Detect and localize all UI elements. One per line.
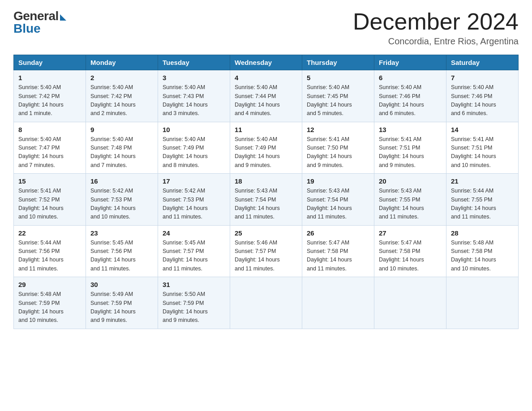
day-info: Sunrise: 5:40 AMSunset: 7:46 PMDaylight:… <box>379 83 442 118</box>
table-row <box>302 277 374 329</box>
day-number: 22 <box>18 229 81 237</box>
day-number: 2 <box>90 74 153 81</box>
table-row: 16Sunrise: 5:42 AMSunset: 7:53 PMDayligh… <box>86 174 158 226</box>
calendar-week-row: 22Sunrise: 5:44 AMSunset: 7:56 PMDayligh… <box>14 225 519 277</box>
day-number: 6 <box>379 74 442 81</box>
day-info: Sunrise: 5:42 AMSunset: 7:53 PMDaylight:… <box>163 187 225 222</box>
table-row: 10Sunrise: 5:40 AMSunset: 7:49 PMDayligh… <box>158 122 230 174</box>
header-sunday: Sunday <box>14 55 86 70</box>
table-row <box>374 277 446 329</box>
calendar-week-row: 15Sunrise: 5:41 AMSunset: 7:52 PMDayligh… <box>14 174 519 226</box>
table-row: 25Sunrise: 5:46 AMSunset: 7:57 PMDayligh… <box>230 225 302 277</box>
day-info: Sunrise: 5:40 AMSunset: 7:42 PMDaylight:… <box>18 83 81 118</box>
table-row <box>446 277 519 329</box>
table-row: 22Sunrise: 5:44 AMSunset: 7:56 PMDayligh… <box>14 225 86 277</box>
day-info: Sunrise: 5:44 AMSunset: 7:55 PMDaylight:… <box>451 187 514 222</box>
day-info: Sunrise: 5:40 AMSunset: 7:42 PMDaylight:… <box>90 83 153 118</box>
table-row: 9Sunrise: 5:40 AMSunset: 7:48 PMDaylight… <box>86 122 158 174</box>
table-row: 24Sunrise: 5:45 AMSunset: 7:57 PMDayligh… <box>158 225 230 277</box>
day-info: Sunrise: 5:40 AMSunset: 7:48 PMDaylight:… <box>90 135 153 170</box>
month-year-title: December 2024 <box>353 9 519 34</box>
table-row <box>230 277 302 329</box>
calendar-week-row: 1Sunrise: 5:40 AMSunset: 7:42 PMDaylight… <box>14 70 519 122</box>
table-row: 2Sunrise: 5:40 AMSunset: 7:42 PMDaylight… <box>86 70 158 122</box>
page-header: General Blue December 2024 Concordia, En… <box>13 9 519 47</box>
day-number: 12 <box>307 126 369 133</box>
day-info: Sunrise: 5:45 AMSunset: 7:56 PMDaylight:… <box>90 239 153 274</box>
day-info: Sunrise: 5:48 AMSunset: 7:59 PMDaylight:… <box>18 290 81 325</box>
day-number: 16 <box>90 177 153 185</box>
header-thursday: Thursday <box>302 55 374 70</box>
table-row: 6Sunrise: 5:40 AMSunset: 7:46 PMDaylight… <box>374 70 446 122</box>
header-tuesday: Tuesday <box>158 55 230 70</box>
day-info: Sunrise: 5:41 AMSunset: 7:51 PMDaylight:… <box>451 135 514 170</box>
table-row: 8Sunrise: 5:40 AMSunset: 7:47 PMDaylight… <box>14 122 86 174</box>
title-area: December 2024 Concordia, Entre Rios, Arg… <box>353 9 519 47</box>
table-row: 5Sunrise: 5:40 AMSunset: 7:45 PMDaylight… <box>302 70 374 122</box>
day-number: 10 <box>163 126 225 133</box>
table-row: 29Sunrise: 5:48 AMSunset: 7:59 PMDayligh… <box>14 277 86 329</box>
day-number: 13 <box>379 126 442 133</box>
header-monday: Monday <box>86 55 158 70</box>
table-row: 12Sunrise: 5:41 AMSunset: 7:50 PMDayligh… <box>302 122 374 174</box>
day-number: 3 <box>163 74 225 81</box>
location-subtitle: Concordia, Entre Rios, Argentina <box>353 36 519 47</box>
day-number: 19 <box>307 177 369 185</box>
day-info: Sunrise: 5:45 AMSunset: 7:57 PMDaylight:… <box>163 239 225 274</box>
day-number: 8 <box>18 126 81 133</box>
table-row: 18Sunrise: 5:43 AMSunset: 7:54 PMDayligh… <box>230 174 302 226</box>
calendar-table: Sunday Monday Tuesday Wednesday Thursday… <box>13 55 519 329</box>
day-number: 14 <box>451 126 514 133</box>
table-row: 7Sunrise: 5:40 AMSunset: 7:46 PMDaylight… <box>446 70 519 122</box>
day-info: Sunrise: 5:43 AMSunset: 7:54 PMDaylight:… <box>307 187 369 222</box>
table-row: 3Sunrise: 5:40 AMSunset: 7:43 PMDaylight… <box>158 70 230 122</box>
day-number: 27 <box>379 229 442 237</box>
header-friday: Friday <box>374 55 446 70</box>
day-number: 17 <box>163 177 225 185</box>
calendar-week-row: 29Sunrise: 5:48 AMSunset: 7:59 PMDayligh… <box>14 277 519 329</box>
table-row: 27Sunrise: 5:47 AMSunset: 7:58 PMDayligh… <box>374 225 446 277</box>
table-row: 30Sunrise: 5:49 AMSunset: 7:59 PMDayligh… <box>86 277 158 329</box>
table-row: 26Sunrise: 5:47 AMSunset: 7:58 PMDayligh… <box>302 225 374 277</box>
day-info: Sunrise: 5:40 AMSunset: 7:43 PMDaylight:… <box>163 83 225 118</box>
day-info: Sunrise: 5:40 AMSunset: 7:47 PMDaylight:… <box>18 135 81 170</box>
day-number: 1 <box>18 74 81 81</box>
day-number: 18 <box>235 177 297 185</box>
table-row: 13Sunrise: 5:41 AMSunset: 7:51 PMDayligh… <box>374 122 446 174</box>
day-number: 4 <box>235 74 297 81</box>
table-row: 1Sunrise: 5:40 AMSunset: 7:42 PMDaylight… <box>14 70 86 122</box>
day-number: 11 <box>235 126 297 133</box>
table-row: 15Sunrise: 5:41 AMSunset: 7:52 PMDayligh… <box>14 174 86 226</box>
day-number: 30 <box>90 281 153 288</box>
day-info: Sunrise: 5:43 AMSunset: 7:54 PMDaylight:… <box>235 187 297 222</box>
table-row: 11Sunrise: 5:40 AMSunset: 7:49 PMDayligh… <box>230 122 302 174</box>
day-info: Sunrise: 5:40 AMSunset: 7:49 PMDaylight:… <box>163 135 225 170</box>
day-info: Sunrise: 5:42 AMSunset: 7:53 PMDaylight:… <box>90 187 153 222</box>
day-number: 28 <box>451 229 514 237</box>
logo: General Blue <box>13 9 66 36</box>
day-info: Sunrise: 5:48 AMSunset: 7:58 PMDaylight:… <box>451 239 514 274</box>
day-number: 26 <box>307 229 369 237</box>
day-number: 24 <box>163 229 225 237</box>
table-row: 23Sunrise: 5:45 AMSunset: 7:56 PMDayligh… <box>86 225 158 277</box>
logo-blue-text: Blue <box>13 21 41 36</box>
day-info: Sunrise: 5:40 AMSunset: 7:45 PMDaylight:… <box>307 83 369 118</box>
day-info: Sunrise: 5:40 AMSunset: 7:44 PMDaylight:… <box>235 83 297 118</box>
day-number: 9 <box>90 126 153 133</box>
day-info: Sunrise: 5:47 AMSunset: 7:58 PMDaylight:… <box>307 239 369 274</box>
day-number: 25 <box>235 229 297 237</box>
calendar-week-row: 8Sunrise: 5:40 AMSunset: 7:47 PMDaylight… <box>14 122 519 174</box>
day-number: 15 <box>18 177 81 185</box>
day-number: 7 <box>451 74 514 81</box>
day-info: Sunrise: 5:50 AMSunset: 7:59 PMDaylight:… <box>163 290 225 325</box>
logo-triangle-icon <box>60 14 66 21</box>
calendar-header-row: Sunday Monday Tuesday Wednesday Thursday… <box>14 55 519 70</box>
day-info: Sunrise: 5:46 AMSunset: 7:57 PMDaylight:… <box>235 239 297 274</box>
day-number: 23 <box>90 229 153 237</box>
day-number: 20 <box>379 177 442 185</box>
day-info: Sunrise: 5:43 AMSunset: 7:55 PMDaylight:… <box>379 187 442 222</box>
day-info: Sunrise: 5:41 AMSunset: 7:50 PMDaylight:… <box>307 135 369 170</box>
table-row: 20Sunrise: 5:43 AMSunset: 7:55 PMDayligh… <box>374 174 446 226</box>
day-number: 5 <box>307 74 369 81</box>
day-info: Sunrise: 5:49 AMSunset: 7:59 PMDaylight:… <box>90 290 153 325</box>
